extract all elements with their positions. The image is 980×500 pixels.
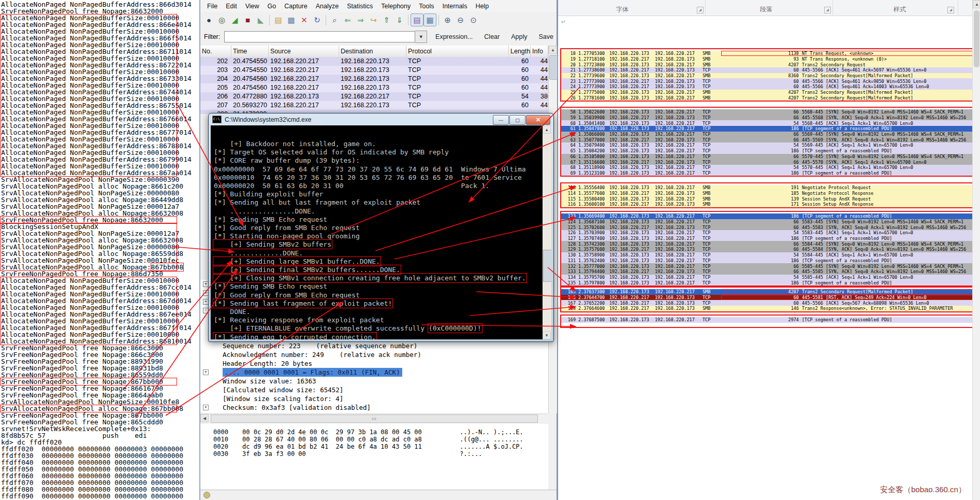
- doc-packet-info: 665569-445 [SYN] Seq=0 Win=8192 Len=0 MS…: [721, 132, 973, 137]
- apply-button[interactable]: Apply: [508, 32, 530, 42]
- detail-row[interactable]: [Window size scaling factor: 4]: [200, 394, 548, 403]
- scroll-left-icon[interactable]: ◀: [200, 414, 209, 422]
- save-button[interactable]: Save: [536, 32, 557, 42]
- doc-packet-cell: 192.168.220.217: [609, 191, 653, 196]
- packet-cell: 20.4754560: [233, 83, 267, 92]
- kernel-debug-console[interactable]: AllocateNonPaged NonPagedBufferAddress:8…: [0, 0, 199, 500]
- document-scrollbar[interactable]: ▲: [972, 0, 980, 500]
- reload-icon[interactable]: ↻: [311, 13, 324, 26]
- autoscroll-icon[interactable]: ▦: [423, 13, 436, 26]
- scroll-up-icon[interactable]: ▲: [543, 125, 551, 134]
- packet-row[interactable]: 20420.4754560192.168.220.217192.168.220.…: [200, 75, 548, 83]
- hex-row[interactable]: 0020dc d9 96 ea 01 bd b2 41 24 be 6f 4a …: [200, 443, 548, 450]
- detail-row[interactable]: Window size value: 16363: [200, 377, 548, 385]
- expand-icon[interactable]: +: [203, 405, 209, 410]
- scroll-up-icon[interactable]: ▲: [549, 46, 557, 54]
- doc-packet-cell: 62: [563, 132, 576, 137]
- save-file-icon[interactable]: ▩: [285, 13, 298, 26]
- interface-list-icon[interactable]: ●: [202, 13, 215, 26]
- menu-item-view[interactable]: View: [241, 1, 264, 11]
- detail-row[interactable]: +Checksum: 0x3af3 [validation disabled]: [200, 403, 548, 412]
- menu-item-analyze[interactable]: Analyze: [312, 1, 343, 11]
- detail-row[interactable]: Acknowledgment number: 249 (relative ack…: [200, 350, 548, 359]
- paragraph-dialog-launcher-icon[interactable]: ◢: [824, 7, 831, 13]
- start-capture-icon[interactable]: ◢: [228, 13, 241, 26]
- zoom-in-icon[interactable]: ⊕: [441, 13, 454, 26]
- column-header-info[interactable]: Info: [531, 46, 548, 57]
- doc-packet-cell: 192.168.220.173: [609, 121, 653, 126]
- cmd-scrollbar[interactable]: ▲ ▼: [543, 125, 551, 339]
- style-dialog-launcher-icon[interactable]: ◢: [947, 7, 954, 13]
- horizontal-scrollbar[interactable]: ◀ III: [200, 413, 548, 423]
- menu-item-go[interactable]: Go: [264, 1, 281, 11]
- hex-row[interactable]: 00303f eb 3a f3 00 00?.:...: [200, 450, 548, 458]
- column-header-source[interactable]: Source: [269, 46, 339, 57]
- doc-packet-cell: 123: [563, 213, 576, 219]
- back-icon[interactable]: ⇐: [341, 13, 354, 26]
- zoom-100-icon[interactable]: ⊙: [467, 13, 480, 26]
- column-header-no[interactable]: No.: [200, 46, 231, 57]
- filter-input[interactable]: [224, 31, 415, 42]
- hex-bytes: 00 0c 29 d0 2d 4e 00 0c 29 97 3b 1a 08 0…: [242, 428, 435, 436]
- hex-row[interactable]: 001000 28 28 67 40 00 80 06 00 00 c0 a8 …: [200, 436, 548, 443]
- stop-capture-icon[interactable]: ■: [241, 13, 254, 26]
- menu-item-capture[interactable]: Capture: [280, 1, 311, 11]
- minimize-button[interactable]: —: [493, 115, 509, 125]
- restart-capture-icon[interactable]: ◣: [254, 13, 267, 26]
- scrollbar-thumb[interactable]: III: [211, 415, 538, 423]
- column-header-protocol[interactable]: Protocol: [406, 46, 509, 57]
- column-header-time[interactable]: Time: [231, 46, 269, 57]
- font-dialog-launcher-icon[interactable]: ◢: [697, 7, 704, 13]
- scroll-up-icon[interactable]: ▲: [973, 0, 980, 8]
- scrollbar-thumb[interactable]: [543, 250, 551, 282]
- capture-options-icon[interactable]: ◎: [215, 13, 228, 26]
- find-packet-icon[interactable]: ⌕: [328, 13, 341, 26]
- colorize-list-icon[interactable]: ▤: [411, 13, 423, 26]
- maximize-button[interactable]: ▢: [509, 115, 525, 125]
- detail-row[interactable]: Sequence number: 223 (relative sequence …: [200, 341, 548, 350]
- packet-row[interactable]: 20620.4772880192.168.220.173192.168.220.…: [200, 92, 548, 101]
- expand-icon[interactable]: +: [203, 369, 209, 375]
- menu-item-telephony[interactable]: Telephony: [377, 1, 415, 11]
- menu-item-statistics[interactable]: Statistics: [343, 1, 377, 11]
- close-button[interactable]: ✕: [526, 115, 550, 125]
- cmd-console[interactable]: [+] Backdoor not installed, game on.[*] …: [211, 125, 551, 339]
- packet-bytes-pane[interactable]: 000000 0c 29 d0 2d 4e 00 0c 29 97 3b 1a …: [200, 424, 548, 490]
- detail-row[interactable]: Header Length: 20 bytes: [200, 359, 548, 368]
- packet-row[interactable]: 20220.4754550192.168.220.217192.168.220.…: [200, 57, 548, 66]
- cmd-titlebar[interactable]: C:\ C:\Windows\system32\cmd.exe — ▢ ✕: [209, 113, 553, 125]
- clear-button[interactable]: Clear: [481, 32, 503, 42]
- detail-row[interactable]: [Calculated window size: 65452]: [200, 385, 548, 394]
- goto-packet-icon[interactable]: ↪: [367, 13, 380, 26]
- hex-row[interactable]: 000000 0c 29 d0 2d 4e 00 0c 29 97 3b 1a …: [200, 428, 548, 436]
- menu-item-internals[interactable]: Internals: [438, 1, 471, 11]
- column-header-length[interactable]: Length: [509, 46, 531, 57]
- scrollbar-thumb[interactable]: [974, 10, 979, 67]
- expression-button[interactable]: Expression...: [432, 32, 476, 42]
- doc-packet-cell: 192.168.220.173: [609, 142, 653, 148]
- go-bottom-icon[interactable]: ⇓: [393, 13, 406, 26]
- scrollbar-thumb[interactable]: [549, 55, 558, 80]
- packet-row[interactable]: 20320.4754550192.168.220.217192.168.220.…: [200, 66, 548, 75]
- go-top-icon[interactable]: ⇑: [380, 13, 393, 26]
- menu-item-help[interactable]: Help: [471, 1, 493, 11]
- doc-packet-cell: 192.168.220.217: [655, 121, 699, 126]
- packet-list-header[interactable]: No.TimeSourceDestinationProtocolLengthIn…: [200, 46, 548, 58]
- packet-row[interactable]: 20720.5693270192.168.220.217192.168.220.…: [200, 101, 548, 110]
- open-file-icon[interactable]: ▤: [272, 13, 285, 26]
- doc-packet-cell: 69: [563, 170, 576, 176]
- scroll-down-icon[interactable]: ▼: [543, 331, 551, 339]
- menu-item-edit[interactable]: Edit: [222, 1, 241, 11]
- doc-packet-cell: 54: [721, 142, 799, 148]
- column-header-destination[interactable]: Destination: [339, 46, 406, 57]
- detail-row[interactable]: +.... 0000 0001 0001 = Flags: 0x011 (FIN…: [200, 368, 548, 377]
- doc-packet-info: 186[TCP segment of a reassembled PDU]: [721, 213, 973, 219]
- packet-row[interactable]: 20520.4754560192.168.220.217192.168.220.…: [200, 83, 548, 92]
- menu-item-tools[interactable]: Tools: [415, 1, 438, 11]
- forward-icon[interactable]: ⇒: [354, 13, 367, 26]
- filter-dropdown-icon[interactable]: ▼: [415, 31, 427, 43]
- zoom-out-icon[interactable]: ⊖: [454, 13, 467, 26]
- packet-list[interactable]: 20220.4754550192.168.220.217192.168.220.…: [200, 57, 548, 114]
- close-capture-icon[interactable]: ✕: [298, 13, 311, 26]
- menu-item-file[interactable]: File: [203, 1, 222, 11]
